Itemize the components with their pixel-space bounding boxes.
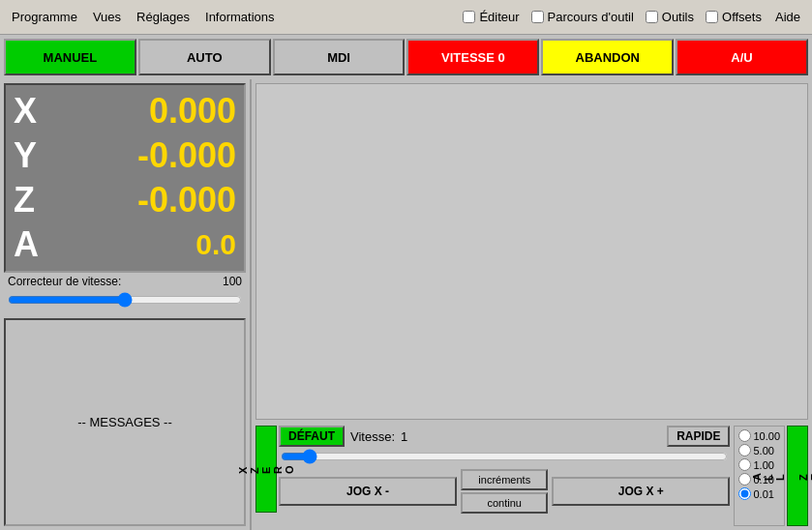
menu-aide[interactable]: Aide: [767, 6, 808, 28]
menu-reglages[interactable]: Réglages: [129, 6, 197, 28]
radio-5-label: 5.00: [753, 445, 773, 456]
radio-001-input[interactable]: [738, 487, 751, 500]
velocity-slider-container[interactable]: [4, 290, 246, 312]
abandon-button[interactable]: ABANDON: [541, 39, 674, 75]
display-area: [256, 83, 808, 420]
radio-10[interactable]: 10.00: [737, 428, 782, 443]
vitesse-value: 1: [401, 429, 407, 444]
auto-button[interactable]: AUTO: [138, 39, 271, 75]
editeur-checkbox[interactable]: [463, 11, 475, 23]
jog-inner: DÉFAUT Vitesse: 1 RAPIDE JOG X - incréme…: [279, 426, 730, 526]
velocity-row: Correcteur de vitesse: 100: [4, 273, 246, 290]
increments-col: incréments continu: [461, 469, 548, 514]
radio-001[interactable]: 0.01: [737, 486, 782, 501]
radio-5[interactable]: 5.00: [737, 443, 782, 457]
mdi-button[interactable]: MDI: [273, 39, 406, 75]
messages-box[interactable]: -- MESSAGES --: [4, 318, 246, 526]
radio-001-label: 0.01: [753, 488, 773, 500]
velocity-slider[interactable]: [8, 292, 242, 308]
offsets-checkbox[interactable]: [706, 11, 718, 23]
dro-z-label: Z: [14, 180, 43, 221]
velocity-label: Correcteur de vitesse:: [8, 275, 121, 288]
rapide-button[interactable]: RAPIDE: [667, 426, 730, 447]
checkbox-parcours[interactable]: Parcours d'outil: [526, 6, 640, 28]
jog-x-plus-button[interactable]: JOG X +: [552, 477, 730, 506]
menu-programme[interactable]: Programme: [4, 6, 85, 28]
dro-display: X 0.000 Y -0.000 Z -0.000 A 0.0: [4, 83, 246, 273]
menu-informations[interactable]: Informations: [197, 6, 283, 28]
radio-1[interactable]: 1.00: [737, 457, 782, 472]
radio-10-input[interactable]: [738, 429, 751, 442]
dro-x-label: X: [14, 91, 43, 132]
main-area: X 0.000 Y -0.000 Z -0.000 A 0.0 Correcte…: [0, 79, 812, 530]
all-zero-button[interactable]: ALL ZERO: [787, 426, 808, 526]
outils-label: Outils: [662, 10, 694, 24]
dro-y-row: Y -0.000: [14, 133, 236, 178]
dro-y-label: Y: [14, 135, 43, 176]
messages-text: -- MESSAGES --: [77, 415, 172, 429]
jog-speed-slider[interactable]: [281, 449, 728, 464]
outils-checkbox[interactable]: [646, 11, 658, 23]
radio-5-input[interactable]: [738, 444, 751, 456]
checkbox-editeur[interactable]: Éditeur: [457, 6, 525, 28]
right-panel: XZERO DÉFAUT Vitesse: 1 RAPIDE: [252, 79, 812, 530]
jog-speed-slider-container[interactable]: [279, 449, 730, 467]
menu-vues[interactable]: Vues: [85, 6, 129, 28]
dro-a-row: A 0.0: [14, 222, 236, 267]
toolbar: MANUEL AUTO MDI VITESSE 0 ABANDON A/U: [0, 35, 812, 79]
au-button[interactable]: A/U: [676, 39, 808, 75]
parcours-checkbox[interactable]: [531, 11, 544, 23]
jog-buttons-row: JOG X - incréments continu JOG X +: [279, 469, 730, 514]
speed-row: DÉFAUT Vitesse: 1 RAPIDE: [279, 426, 730, 447]
increments-button[interactable]: incréments: [461, 469, 548, 490]
dro-z-row: Z -0.000: [14, 178, 236, 222]
radio-1-input[interactable]: [738, 458, 751, 471]
dro-x-value: 0.000: [43, 91, 236, 132]
offsets-label: Offsets: [722, 10, 762, 24]
radio-1-label: 1.00: [753, 459, 773, 471]
dro-x-row: X 0.000: [14, 89, 236, 133]
vitesse-button[interactable]: VITESSE 0: [406, 39, 539, 75]
left-panel: X 0.000 Y -0.000 Z -0.000 A 0.0 Correcte…: [0, 79, 252, 530]
vitesse-label: Vitesse:: [350, 429, 395, 444]
editeur-label: Éditeur: [479, 10, 519, 24]
dro-z-value: -0.000: [43, 180, 236, 221]
radio-01-input[interactable]: [738, 473, 751, 486]
menubar: Programme Vues Réglages Informations Édi…: [0, 0, 812, 35]
continu-button[interactable]: continu: [461, 492, 548, 514]
jog-x-minus-button[interactable]: JOG X -: [279, 477, 457, 506]
defaut-button[interactable]: DÉFAUT: [279, 426, 345, 447]
bottom-panel: XZERO DÉFAUT Vitesse: 1 RAPIDE: [252, 424, 812, 530]
manuel-button[interactable]: MANUEL: [4, 39, 136, 75]
velocity-value: 100: [223, 275, 242, 288]
checkbox-outils[interactable]: Outils: [640, 6, 700, 28]
radio-10-label: 10.00: [753, 430, 780, 442]
dro-y-value: -0.000: [43, 135, 236, 176]
checkbox-offsets[interactable]: Offsets: [700, 6, 767, 28]
dro-a-value: 0.0: [43, 228, 236, 261]
xyz-zero-button[interactable]: XZERO: [256, 426, 277, 513]
dro-a-label: A: [14, 224, 43, 265]
parcours-label: Parcours d'outil: [548, 10, 634, 24]
